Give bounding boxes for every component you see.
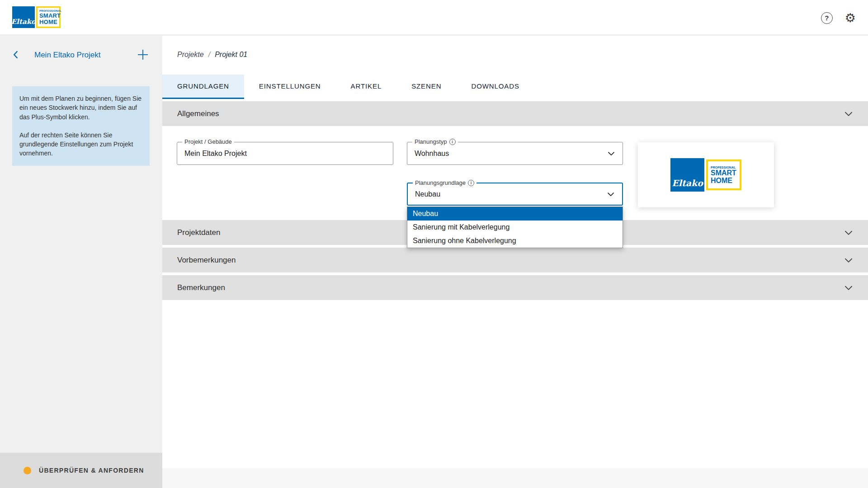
chevron-down-icon[interactable]: [843, 254, 854, 266]
eltako-logo-blue-box: Eltako: [12, 6, 35, 28]
info-glyph: i: [452, 140, 453, 144]
tab-szenen[interactable]: SZENEN: [396, 75, 456, 99]
tab-bar: GRUNDLAGEN EINSTELLUNGEN ARTIKEL SZENEN …: [162, 75, 534, 99]
dropdown-option-neubau[interactable]: Neubau: [407, 207, 623, 221]
hint-paragraph-1: Um mit dem Planen zu beginnen, fügen Sie…: [19, 94, 142, 122]
section-projektdaten-title: Projektdaten: [177, 228, 220, 237]
breadcrumb: Projekte / Projekt 01: [177, 51, 247, 59]
breadcrumb-separator: /: [208, 51, 210, 59]
add-floor-button[interactable]: [136, 48, 150, 63]
planungsgrundlage-select[interactable]: Planungsgrundlage i Neubau: [407, 183, 623, 206]
hint-paragraph-2: Auf der rechten Seite können Sie grundle…: [19, 131, 142, 158]
section-allgemeines-title: Allgemeines: [177, 109, 219, 118]
settings-gear-icon[interactable]: ⚙: [845, 12, 856, 24]
section-allgemeines-header[interactable]: Allgemeines: [162, 101, 868, 126]
planungsgrundlage-value: Neubau: [415, 183, 440, 205]
review-request-button[interactable]: ÜBERPRÜFEN & ANFORDERN: [0, 453, 162, 488]
chevron-left-icon: [10, 49, 22, 61]
chevron-down-icon[interactable]: [843, 108, 854, 120]
help-icon[interactable]: ?: [821, 12, 833, 24]
tab-grundlagen[interactable]: GRUNDLAGEN: [162, 75, 244, 99]
back-button[interactable]: [10, 49, 22, 62]
logo-home-text: HOME: [711, 177, 737, 185]
info-glyph: i: [471, 181, 472, 185]
info-icon[interactable]: i: [468, 180, 474, 186]
accordion-sections: Allgemeines Projekt / Gebäude Planungsty…: [162, 101, 868, 303]
smart-home-logo-box: PROFESSIONAL SMART HOME: [706, 160, 741, 190]
planungstyp-select[interactable]: Planungstyp i Wohnhaus: [407, 142, 623, 165]
eltako-home-logo[interactable]: Eltako PROFESSIONAL SMART HOME: [12, 6, 61, 28]
section-vorbemerkungen-header[interactable]: Vorbemerkungen: [162, 248, 868, 272]
app-header: Eltako PROFESSIONAL SMART HOME ? ⚙: [0, 0, 868, 35]
chevron-down-icon[interactable]: [606, 149, 616, 159]
section-bemerkungen-header[interactable]: Bemerkungen: [162, 275, 868, 300]
dropdown-option-sanierung-mit[interactable]: Sanierung mit Kabelverlegung: [407, 221, 623, 234]
eltako-logo-blue-box: Eltako: [670, 158, 704, 192]
main-content: Projekte / Projekt 01 GRUNDLAGEN EINSTEL…: [162, 36, 868, 488]
project-name-field[interactable]: Projekt / Gebäude: [177, 142, 393, 165]
help-glyph: ?: [825, 14, 829, 22]
section-vorbemerkungen-title: Vorbemerkungen: [177, 256, 236, 265]
header-actions: ? ⚙: [821, 12, 856, 24]
project-name-label-text: Projekt / Gebäude: [184, 138, 232, 145]
section-bemerkungen-title: Bemerkungen: [177, 283, 225, 292]
project-name-input[interactable]: [177, 142, 393, 164]
sidebar: Mein Eltako Projekt Um mit dem Planen zu…: [0, 36, 162, 488]
status-dot-icon: [24, 467, 31, 474]
tab-artikel[interactable]: ARTIKEL: [336, 75, 397, 99]
tab-downloads[interactable]: DOWNLOADS: [456, 75, 534, 99]
chevron-down-icon[interactable]: [843, 282, 854, 294]
planungstyp-value: Wohnhaus: [415, 142, 449, 164]
breadcrumb-current-projekt: Projekt 01: [215, 51, 247, 59]
logo-home-text: HOME: [39, 19, 57, 25]
info-icon[interactable]: i: [449, 139, 456, 145]
sidebar-project-title: Mein Eltako Projekt: [34, 51, 100, 60]
hint-box: Um mit dem Planen zu beginnen, fügen Sie…: [12, 86, 150, 166]
tab-einstellungen[interactable]: EINSTELLUNGEN: [244, 75, 336, 99]
plus-icon: [136, 48, 150, 61]
chevron-down-icon[interactable]: [843, 227, 854, 239]
chevron-down-icon[interactable]: [606, 189, 616, 199]
logo-smart-text: SMART: [711, 169, 737, 177]
planungsgrundlage-dropdown: Neubau Sanierung mit Kabelverlegung Sani…: [407, 206, 623, 248]
review-request-label: ÜBERPRÜFEN & ANFORDERN: [39, 467, 144, 474]
section-allgemeines-body: Projekt / Gebäude Planungstyp i Wohnhaus: [162, 129, 868, 217]
smart-home-logo-box: PROFESSIONAL SMART HOME: [36, 6, 61, 28]
eltako-logo-text: Eltako: [672, 178, 703, 188]
project-name-field-label: Projekt / Gebäude: [182, 138, 234, 145]
dropdown-option-sanierung-ohne[interactable]: Sanierung ohne Kabelverlegung: [407, 234, 623, 248]
logo-smart-text: SMART: [39, 13, 57, 19]
breadcrumb-link-projekte[interactable]: Projekte: [177, 51, 204, 59]
eltako-logo-text: Eltako: [11, 18, 36, 26]
main-footer-strip: [162, 468, 868, 488]
brand-image-card: Eltako PROFESSIONAL SMART HOME: [638, 142, 774, 207]
